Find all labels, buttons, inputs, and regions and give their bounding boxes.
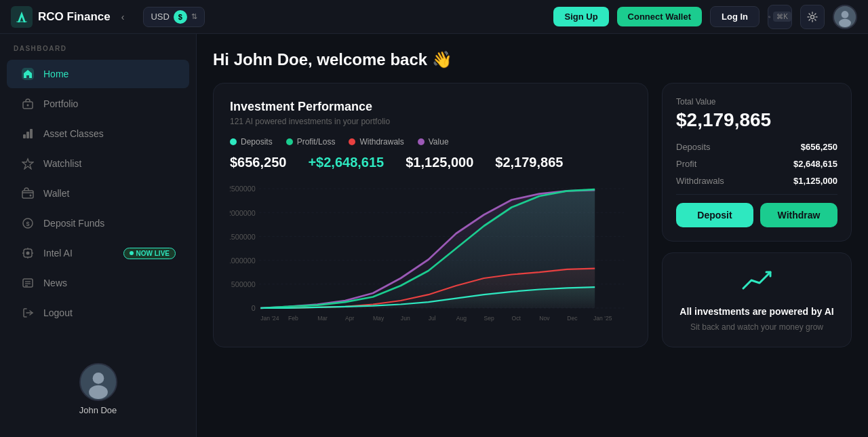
portfolio-icon	[20, 96, 35, 111]
sidebar-section-label: DASHBOARD	[0, 45, 196, 59]
nav-chevron-icon[interactable]: ‹	[121, 12, 125, 22]
logo-text: RCO Finance	[38, 10, 111, 24]
sidebar-label-wallet: Wallet	[43, 188, 69, 199]
sidebar-item-asset-classes[interactable]: Asset Classes	[7, 119, 189, 148]
deposit-button[interactable]: Deposit	[676, 203, 753, 227]
stat-deposits: $656,250	[230, 155, 286, 170]
svg-rect-14	[30, 129, 33, 138]
kbd-shortcut: ⌘K	[773, 12, 791, 22]
sidebar-label-deposit-funds: Deposit Funds	[43, 218, 104, 229]
svg-text:1000000: 1000000	[230, 256, 256, 265]
svg-point-8	[839, 18, 851, 26]
total-value-card: Total Value $2,179,865 Deposits $656,250…	[662, 83, 852, 242]
stat-value-deposits: $656,250	[230, 155, 286, 170]
chart-legend: Deposits Profit/Loss Withdrawals Value	[230, 137, 631, 147]
intel-ai-icon	[20, 246, 35, 261]
sidebar-label-asset-classes: Asset Classes	[43, 128, 104, 139]
gear-icon	[807, 12, 818, 22]
svg-text:Nov: Nov	[539, 315, 550, 322]
home-icon	[20, 66, 35, 81]
total-value-label: Total Value	[676, 97, 837, 107]
svg-text:Aug: Aug	[456, 315, 467, 322]
main-layout: DASHBOARD Home Portfolio	[0, 34, 868, 437]
svg-rect-13	[26, 132, 29, 138]
chart-svg: 2500000 2000000 1500000 1000000 500000 0…	[230, 181, 631, 330]
svg-point-21	[26, 252, 30, 255]
sidebar-user-name: John Doe	[79, 405, 117, 415]
svg-text:Feb: Feb	[288, 315, 298, 322]
perf-title: Investment Performance	[230, 100, 631, 114]
login-button[interactable]: Log In	[710, 6, 760, 27]
live-badge: NOW LIVE	[123, 248, 176, 259]
sidebar-user-profile: John Doe	[0, 352, 196, 426]
svg-text:Apr: Apr	[345, 315, 354, 322]
legend-label-deposits: Deposits	[241, 137, 273, 147]
legend-label-profit: Profit/Loss	[297, 137, 336, 147]
sidebar-label-portfolio: Portfolio	[43, 98, 78, 109]
stat-profit: +$2,648,615	[308, 155, 384, 170]
ai-promo-subtitle: Sit back and watch your money grow	[690, 321, 823, 333]
currency-dollar-icon: $	[174, 10, 187, 24]
avatar-image	[834, 5, 856, 29]
sidebar-label-news: News	[43, 278, 67, 288]
stat-value-total: $2,179,865	[495, 155, 563, 170]
svg-text:0: 0	[252, 304, 256, 312]
settings-button[interactable]	[800, 5, 825, 29]
svg-text:500000: 500000	[231, 280, 256, 288]
breakdown-deposits: Deposits $656,250	[676, 142, 837, 152]
signup-button[interactable]: Sign Up	[553, 7, 608, 26]
sidebar-item-home[interactable]: Home	[7, 60, 189, 88]
sidebar-item-watchlist[interactable]: Watchlist	[7, 149, 189, 178]
logo-icon	[11, 6, 33, 28]
svg-rect-2	[16, 21, 27, 22]
svg-point-11	[27, 104, 29, 107]
sidebar-item-portfolio[interactable]: Portfolio	[7, 90, 189, 118]
welcome-heading: Hi John Doe, welcome back 👋	[213, 50, 852, 69]
breakdown-value-profit: $2,648,615	[793, 159, 837, 169]
svg-text:Jul: Jul	[429, 315, 436, 322]
total-value-amount: $2,179,865	[676, 109, 837, 131]
legend-dot-profit	[286, 138, 293, 145]
breakdown-withdrawals: Withdrawals $1,125,000	[676, 176, 837, 186]
connect-wallet-button[interactable]: Connect Wallet	[617, 7, 702, 26]
asset-classes-icon	[20, 126, 35, 141]
svg-text:Mar: Mar	[317, 315, 328, 322]
ai-trend-icon	[741, 267, 773, 299]
logout-icon	[20, 305, 35, 320]
svg-point-5	[811, 15, 814, 18]
withdraw-button[interactable]: Withdraw	[760, 203, 837, 227]
card-divider	[676, 194, 837, 195]
live-dot	[130, 251, 134, 255]
investment-performance-card: Investment Performance 121 AI powered in…	[213, 83, 648, 347]
logo-area[interactable]: RCO Finance	[11, 6, 111, 28]
svg-text:$: $	[26, 221, 29, 227]
breakdown-value-withdrawals: $1,125,000	[793, 176, 837, 186]
legend-dot-value	[418, 138, 425, 145]
sidebar-item-intel-ai[interactable]: Intel AI NOW LIVE	[7, 239, 189, 267]
svg-text:Jan '24: Jan '24	[260, 315, 279, 322]
svg-rect-12	[23, 134, 26, 138]
currency-selector[interactable]: USD $ ⇅	[143, 7, 204, 27]
sidebar-item-wallet[interactable]: Wallet	[7, 179, 189, 208]
svg-point-7	[842, 11, 849, 18]
svg-marker-15	[22, 159, 33, 169]
svg-line-4	[770, 17, 770, 18]
sidebar-item-deposit-funds[interactable]: $ Deposit Funds	[7, 209, 189, 238]
svg-text:May: May	[373, 315, 384, 322]
stat-withdrawals: $1,125,000	[406, 155, 473, 170]
svg-text:Jun: Jun	[401, 315, 410, 322]
sidebar-label-watchlist: Watchlist	[43, 158, 81, 169]
stat-value-profit: +$2,648,615	[308, 155, 384, 170]
search-icon	[768, 12, 770, 22]
content-grid: Investment Performance 121 AI powered in…	[213, 83, 852, 347]
svg-point-32	[92, 373, 104, 384]
wallet-icon	[20, 186, 35, 201]
svg-point-17	[30, 195, 32, 197]
sidebar: DASHBOARD Home Portfolio	[0, 34, 197, 437]
sidebar-item-logout[interactable]: Logout	[7, 299, 189, 327]
main-content: Hi John Doe, welcome back 👋 Investment P…	[197, 34, 868, 437]
search-button[interactable]: ⌘K	[768, 5, 792, 29]
user-avatar[interactable]	[833, 5, 857, 29]
sidebar-item-news[interactable]: News	[7, 269, 189, 297]
live-badge-text: NOW LIVE	[136, 250, 170, 257]
